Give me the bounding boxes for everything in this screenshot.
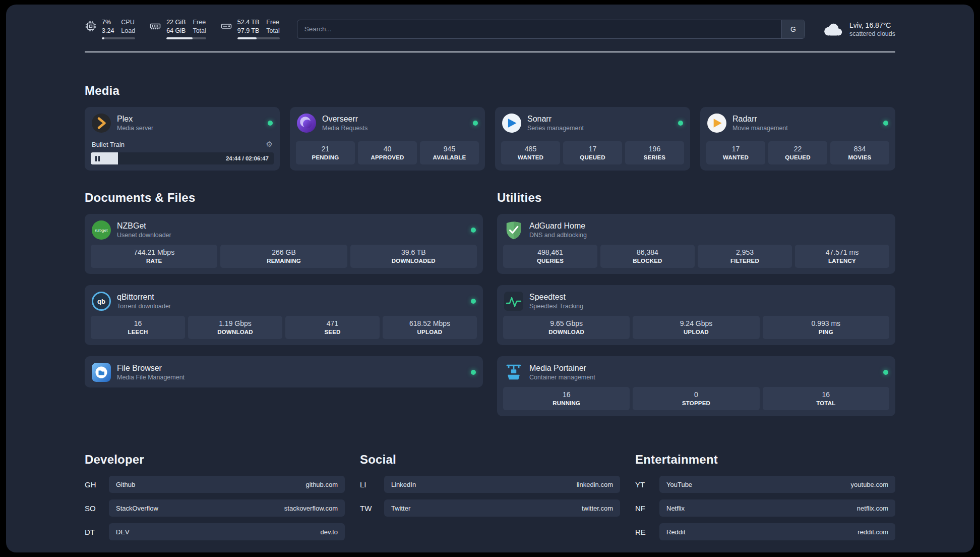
- stat-value: 1.19 Gbps: [190, 319, 280, 327]
- bookmark-link-reddit[interactable]: Reddit reddit.com: [659, 523, 895, 540]
- status-dot: [471, 299, 476, 304]
- search-input[interactable]: [297, 20, 781, 38]
- stat-value: 744.21 Mbps: [93, 248, 215, 256]
- sonarr-icon: [502, 114, 521, 133]
- status-dot: [471, 228, 476, 233]
- search-engine-button[interactable]: G: [781, 20, 805, 38]
- cloud-icon: [822, 22, 843, 37]
- stat-label: RUNNING: [505, 400, 628, 406]
- stat-tile: 471 SEED: [285, 316, 380, 339]
- app-subtitle: Torrent downloader: [117, 303, 171, 310]
- stat-tile: 86,384 BLOCKED: [600, 245, 695, 268]
- disk-label-2: Total: [266, 27, 279, 35]
- stat-tile: 618.52 Mbps UPLOAD: [383, 316, 477, 339]
- app-card-overseerr[interactable]: Overseerr Media Requests 21 PENDING 40 A…: [290, 107, 485, 171]
- stat-label: STOPPED: [635, 400, 757, 406]
- bookmark-name: Github: [116, 481, 135, 488]
- status-dot: [471, 370, 476, 375]
- section-documents: Documents & Files nzbget NZBGet Usenet d…: [85, 191, 483, 416]
- filebrowser-icon: [92, 363, 111, 382]
- bookmark-abbr: TW: [360, 504, 384, 513]
- cpu-monitor: 7% CPU 3.24 Load: [85, 19, 135, 39]
- app-name: NZBGet: [117, 221, 171, 231]
- stat-tile: 17 QUEUED: [563, 141, 622, 164]
- disk-monitor: 52.4 TB Free 97.9 TB Total: [220, 19, 280, 39]
- app-card-nzbget[interactable]: nzbget NZBGet Usenet downloader 744.21 M…: [85, 214, 483, 274]
- app-subtitle: Speedtest Tracking: [529, 303, 583, 310]
- app-subtitle: Series management: [527, 125, 584, 132]
- cpu-percent: 7%: [102, 19, 114, 27]
- app-card-portainer[interactable]: Media Portainer Container management 16 …: [497, 356, 895, 416]
- bookmark-link-linkedin[interactable]: LinkedIn linkedin.com: [384, 476, 620, 493]
- ram-label-1: Free: [193, 19, 206, 27]
- pause-icon[interactable]: [95, 156, 100, 161]
- bookmark-abbr: LI: [360, 480, 384, 489]
- stat-label: WANTED: [708, 154, 763, 160]
- bookmark-name: DEV: [116, 528, 130, 536]
- app-card-radarr[interactable]: Radarr Movie management 17 WANTED 22 QUE…: [700, 107, 895, 171]
- now-playing-title: Bullet Train: [92, 141, 125, 148]
- bookmark-link-github[interactable]: Github github.com: [109, 476, 345, 493]
- stat-tile: 834 MOVIES: [830, 141, 889, 164]
- status-dot: [883, 370, 888, 375]
- bookmark-link-twitter[interactable]: Twitter twitter.com: [384, 499, 620, 517]
- app-name: Sonarr: [527, 114, 584, 124]
- search-bar: G: [297, 20, 805, 39]
- bookmark-row-reddit: RE Reddit reddit.com: [635, 523, 895, 540]
- app-card-sonarr[interactable]: Sonarr Series management 485 WANTED 17 Q…: [495, 107, 690, 171]
- bookmark-abbr: DT: [85, 528, 109, 536]
- topbar-divider: [85, 51, 895, 52]
- stat-label: BLOCKED: [602, 258, 693, 264]
- memory-monitor: 22 GiB Free 64 GiB Total: [149, 19, 206, 39]
- playback-progress-bar[interactable]: 24:44 / 02:06:47: [91, 152, 274, 164]
- stat-tile: 40 APPROVED: [358, 141, 417, 164]
- stat-value: 0: [635, 391, 757, 399]
- bookmark-link-youtube[interactable]: YouTube youtube.com: [659, 476, 895, 493]
- app-name: Media Portainer: [529, 363, 595, 373]
- ram-total-value: 64 GiB: [166, 27, 186, 35]
- status-dot: [678, 121, 683, 126]
- bookmark-row-netflix: NF Netflix netflix.com: [635, 499, 895, 517]
- bookmark-abbr: GH: [85, 480, 109, 489]
- stat-label: DOWNLOAD: [190, 329, 280, 335]
- stat-tile: 16 TOTAL: [763, 387, 889, 410]
- top-bar: 7% CPU 3.24 Load 22: [85, 5, 895, 39]
- stat-tile: 744.21 Mbps RATE: [91, 245, 217, 268]
- bookmark-link-stackoverflow[interactable]: StackOverflow stackoverflow.com: [109, 499, 345, 517]
- stat-tile: 17 WANTED: [706, 141, 765, 164]
- stat-label: DOWNLOADED: [352, 258, 475, 264]
- app-card-qbittorrent[interactable]: qb qBittorrent Torrent downloader 16 LEE…: [85, 285, 483, 345]
- stat-value: 16: [505, 391, 628, 399]
- bookmark-link-netflix[interactable]: Netflix netflix.com: [659, 499, 895, 517]
- app-card-plex[interactable]: Plex Media server Bullet Train ⚙: [85, 107, 280, 171]
- bookmark-abbr: RE: [635, 528, 659, 536]
- section-media: Media Plex Media server: [85, 84, 895, 171]
- stat-label: QUEUED: [565, 154, 620, 160]
- disk-icon: [220, 20, 232, 32]
- stat-label: TOTAL: [765, 400, 887, 406]
- bookmark-row-github: GH Github github.com: [85, 476, 345, 493]
- app-name: Plex: [117, 114, 153, 124]
- bookmark-link-dev[interactable]: DEV dev.to: [109, 523, 345, 540]
- portainer-icon: [504, 363, 523, 382]
- app-card-filebrowser[interactable]: File Browser Media File Management: [85, 356, 483, 387]
- bookmark-abbr: NF: [635, 504, 659, 513]
- gear-icon[interactable]: ⚙: [266, 140, 273, 149]
- app-name: Speedtest: [529, 292, 583, 302]
- stat-value: 9.65 Gbps: [505, 319, 628, 327]
- stat-label: FILTERED: [700, 258, 790, 264]
- bookmark-name: Netflix: [666, 505, 685, 512]
- section-title-media: Media: [85, 84, 895, 98]
- stat-label: SEED: [287, 329, 378, 335]
- app-name: AdGuard Home: [529, 221, 587, 231]
- stat-label: SERIES: [627, 154, 682, 160]
- stat-label: REMAINING: [222, 258, 345, 264]
- stat-value: 47.571 ms: [797, 248, 887, 256]
- adguard-icon: [504, 220, 523, 240]
- app-card-adguard[interactable]: AdGuard Home DNS and adblocking 498,461 …: [497, 214, 895, 274]
- stat-value: 266 GB: [222, 248, 345, 256]
- app-card-speedtest[interactable]: Speedtest Speedtest Tracking 9.65 Gbps D…: [497, 285, 895, 345]
- stat-value: 17: [708, 145, 763, 153]
- stat-tile: 485 WANTED: [501, 141, 560, 164]
- bookmark-domain: reddit.com: [858, 528, 888, 536]
